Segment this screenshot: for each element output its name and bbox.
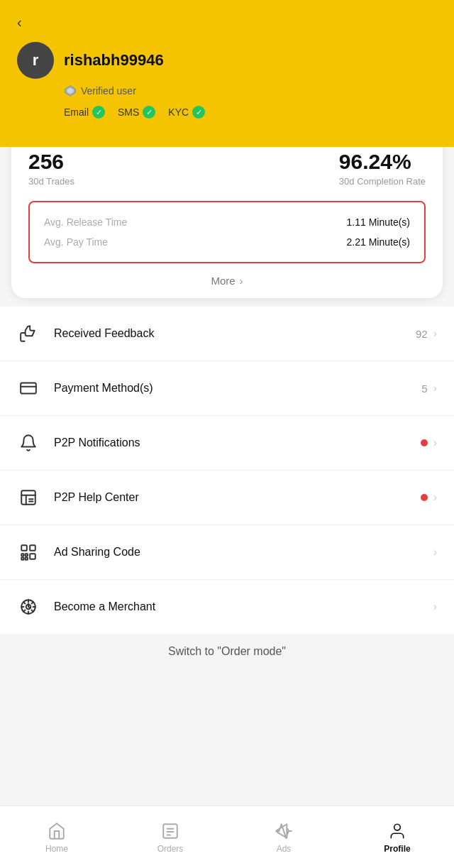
trades-value: 256 <box>28 150 74 173</box>
notifications-dot <box>421 439 428 446</box>
svg-rect-13 <box>26 554 28 556</box>
sharing-chevron-icon: › <box>433 546 437 559</box>
svg-rect-2 <box>21 383 36 393</box>
payment-right: 5 › <box>421 382 437 395</box>
badge-sms: SMS ✓ <box>118 106 155 119</box>
svg-line-25 <box>32 602 33 603</box>
trades-stat: 256 30d Trades <box>28 150 74 187</box>
merchant-label: Become a Merchant <box>54 600 433 613</box>
bottom-nav: Home Orders Ads <box>0 806 454 868</box>
help-right: › <box>421 491 437 504</box>
merchant-right: › <box>433 600 437 613</box>
nav-profile[interactable]: Profile <box>340 806 454 868</box>
completion-value: 96.24% <box>339 150 426 173</box>
svg-rect-11 <box>30 554 35 559</box>
menu-item-notifications[interactable]: P2P Notifications › <box>0 416 454 471</box>
menu-section: Received Feedback 92 › Payment Method(s)… <box>0 307 454 634</box>
ads-nav-label: Ads <box>277 844 292 854</box>
notifications-right: › <box>421 436 437 449</box>
completion-label: 30d Completion Rate <box>339 176 426 187</box>
avg-release-label: Avg. Release Time <box>44 216 127 228</box>
avatar: r <box>17 42 54 79</box>
feedback-chevron-icon: › <box>433 327 437 340</box>
svg-rect-9 <box>21 545 27 551</box>
help-label: P2P Help Center <box>54 491 421 504</box>
sharing-label: Ad Sharing Code <box>54 546 433 559</box>
menu-item-feedback[interactable]: Received Feedback 92 › <box>0 307 454 361</box>
menu-item-payment[interactable]: Payment Method(s) 5 › <box>0 361 454 416</box>
payment-chevron-icon: › <box>433 382 437 395</box>
avg-pay-value: 2.21 Minute(s) <box>347 236 410 248</box>
grid-icon <box>17 541 40 564</box>
email-check-icon: ✓ <box>92 106 105 119</box>
content-area: 256 30d Trades 96.24% 30d Completion Rat… <box>0 133 454 740</box>
profile-nav-label: Profile <box>384 844 410 854</box>
badges-row: Email ✓ SMS ✓ KYC ✓ <box>64 106 437 119</box>
avg-pay-row: Avg. Pay Time 2.21 Minute(s) <box>44 232 410 252</box>
menu-item-merchant[interactable]: Become a Merchant › <box>0 580 454 634</box>
avg-pay-label: Avg. Pay Time <box>44 236 108 248</box>
orders-nav-label: Orders <box>157 844 184 854</box>
menu-item-sharing[interactable]: Ad Sharing Code › <box>0 525 454 580</box>
svg-rect-12 <box>21 554 23 556</box>
orders-icon <box>160 821 180 841</box>
svg-rect-26 <box>163 824 177 838</box>
bell-icon <box>17 432 40 454</box>
more-button[interactable]: More › <box>28 263 426 298</box>
stats-card: 256 30d Trades 96.24% 30d Completion Rat… <box>11 133 443 298</box>
home-nav-label: Home <box>45 844 68 854</box>
switch-banner-text: Switch to "Order mode" <box>168 645 286 657</box>
svg-rect-14 <box>21 558 23 560</box>
badge-email: Email ✓ <box>64 106 105 119</box>
profile-icon <box>387 821 407 841</box>
verified-icon <box>64 84 77 97</box>
verified-row: Verified user <box>64 84 437 97</box>
back-button[interactable]: ‹ <box>17 14 22 31</box>
profile-row: r rishabh99946 <box>17 42 437 79</box>
payment-count: 5 <box>421 383 427 395</box>
svg-line-23 <box>32 610 33 612</box>
payment-label: Payment Method(s) <box>54 382 421 395</box>
badge-kyc: KYC ✓ <box>168 106 205 119</box>
help-dot <box>421 494 428 501</box>
kyc-check-icon: ✓ <box>192 106 205 119</box>
ads-icon <box>274 821 294 841</box>
nav-home[interactable]: Home <box>0 806 114 868</box>
trades-label: 30d Trades <box>28 176 74 187</box>
avg-box: Avg. Release Time 1.11 Minute(s) Avg. Pa… <box>28 201 426 263</box>
svg-rect-4 <box>21 490 35 505</box>
sms-check-icon: ✓ <box>143 106 155 119</box>
svg-line-24 <box>23 610 25 612</box>
more-text: More <box>211 275 235 287</box>
avg-release-row: Avg. Release Time 1.11 Minute(s) <box>44 212 410 232</box>
credit-card-icon <box>17 377 40 400</box>
home-icon <box>47 821 67 841</box>
header: ‹ r rishabh99946 Verified user Email ✓ S… <box>0 0 454 147</box>
svg-line-22 <box>23 602 25 603</box>
sharing-right: › <box>433 546 437 559</box>
more-chevron-icon: › <box>240 275 243 287</box>
completion-stat: 96.24% 30d Completion Rate <box>339 150 426 187</box>
switch-banner[interactable]: Switch to "Order mode" <box>0 634 454 669</box>
help-chevron-icon: › <box>433 491 437 504</box>
svg-rect-10 <box>30 545 35 551</box>
stats-top: 256 30d Trades 96.24% 30d Completion Rat… <box>28 150 426 187</box>
notifications-chevron-icon: › <box>433 436 437 449</box>
notifications-label: P2P Notifications <box>54 436 421 449</box>
feedback-label: Received Feedback <box>54 327 416 340</box>
feedback-right: 92 › <box>416 327 437 340</box>
feedback-count: 92 <box>416 328 428 340</box>
merchant-icon <box>17 595 40 618</box>
username: rishabh99946 <box>64 51 164 70</box>
svg-rect-15 <box>26 558 28 560</box>
merchant-chevron-icon: › <box>433 600 437 613</box>
avg-release-value: 1.11 Minute(s) <box>347 216 410 228</box>
nav-ads[interactable]: Ads <box>227 806 340 868</box>
help-center-icon <box>17 486 40 509</box>
menu-item-help[interactable]: P2P Help Center › <box>0 471 454 525</box>
nav-orders[interactable]: Orders <box>114 806 227 868</box>
thumbs-up-icon <box>17 322 40 345</box>
svg-point-30 <box>394 824 401 830</box>
verified-text: Verified user <box>81 85 136 97</box>
